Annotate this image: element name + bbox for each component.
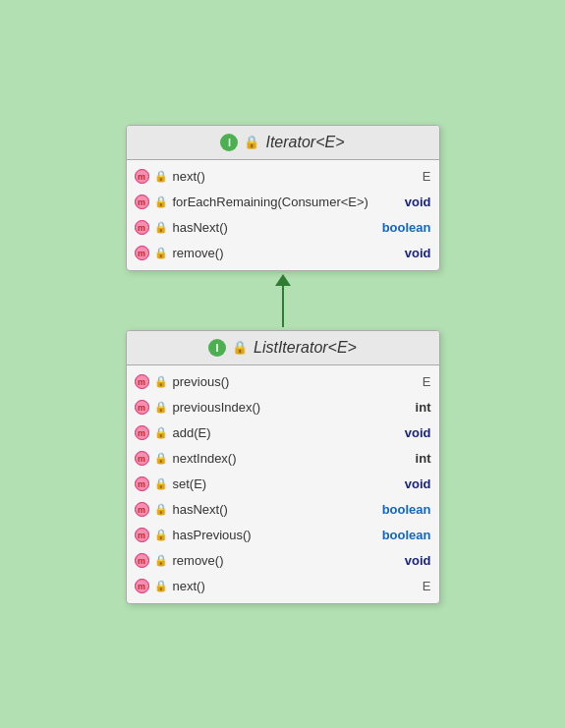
inheritance-arrow (275, 271, 291, 330)
listiterator-lock-icon: 🔒 (232, 340, 248, 355)
method-name: hasNext() (173, 502, 377, 517)
return-type: E (423, 579, 431, 593)
arrow-line (282, 286, 284, 327)
method-badge-m: m (135, 374, 149, 389)
method-name: previousIndex() (173, 400, 411, 415)
arrow-head (275, 274, 291, 286)
method-badge-m: m (135, 195, 149, 209)
return-type: boolean (382, 502, 431, 517)
method-badge-m: m (135, 502, 149, 517)
method-badge-m: m (135, 553, 149, 568)
method-badge-m: m (135, 579, 149, 593)
method-name: remove() (173, 246, 400, 260)
iterator-method-hasnext: m 🔒 hasNext() boolean (127, 215, 439, 241)
iterator-methods: m 🔒 next() E m 🔒 forEachRemaining(Consum… (127, 160, 439, 270)
listiterator-header: I 🔒 ListIterator<E> (127, 331, 439, 365)
iterator-method-next: m 🔒 next() E (127, 164, 439, 190)
return-type: void (405, 553, 431, 568)
method-lock-icon: 🔒 (154, 503, 168, 516)
return-type: void (405, 195, 431, 209)
return-type: void (405, 246, 431, 260)
method-name: nextIndex() (173, 451, 411, 466)
method-badge-m: m (135, 476, 149, 491)
method-badge-m: m (135, 425, 149, 440)
method-name: next() (173, 169, 418, 184)
return-type: void (405, 476, 431, 491)
uml-diagram: I 🔒 Iterator<E> m 🔒 next() E m 🔒 forEach… (126, 125, 440, 604)
method-lock-icon: 🔒 (154, 580, 168, 592)
listiterator-method-next: m 🔒 next() E (127, 574, 439, 599)
method-lock-icon: 🔒 (154, 375, 168, 388)
iterator-class-box: I 🔒 Iterator<E> m 🔒 next() E m 🔒 forEach… (126, 125, 440, 271)
listiterator-interface-badge: I (208, 339, 226, 357)
return-type: boolean (382, 220, 431, 235)
iterator-lock-icon: 🔒 (244, 135, 259, 149)
iterator-header: I 🔒 Iterator<E> (127, 126, 439, 160)
method-name: next() (173, 579, 418, 593)
method-lock-icon: 🔒 (154, 196, 168, 208)
method-name: add(E) (173, 425, 400, 440)
return-type: int (416, 400, 431, 415)
listiterator-title: ListIterator<E> (254, 339, 357, 357)
method-badge-m: m (135, 169, 149, 184)
method-name: hasNext() (173, 220, 377, 235)
method-lock-icon: 🔒 (154, 452, 168, 465)
method-lock-icon: 🔒 (154, 401, 168, 414)
method-lock-icon: 🔒 (154, 477, 168, 490)
method-lock-icon: 🔒 (154, 170, 168, 183)
method-lock-icon: 🔒 (154, 247, 168, 259)
listiterator-method-previousindex: m 🔒 previousIndex() int (127, 395, 439, 420)
listiterator-method-hasprevious: m 🔒 hasPrevious() boolean (127, 523, 439, 548)
method-lock-icon: 🔒 (154, 554, 168, 567)
return-type: void (405, 425, 431, 440)
method-lock-icon: 🔒 (154, 426, 168, 439)
return-type: int (416, 451, 431, 466)
iterator-interface-badge: I (220, 134, 238, 151)
iterator-method-foreach: m 🔒 forEachRemaining(Consumer<E>) void (127, 190, 439, 215)
method-badge-m: m (135, 246, 149, 260)
listiterator-method-nextindex: m 🔒 nextIndex() int (127, 446, 439, 472)
method-name: hasPrevious() (173, 528, 377, 542)
method-lock-icon: 🔒 (154, 221, 168, 234)
listiterator-method-previous: m 🔒 previous() E (127, 369, 439, 395)
return-type: E (423, 169, 431, 184)
listiterator-method-add: m 🔒 add(E) void (127, 420, 439, 446)
method-name: set(E) (173, 476, 400, 491)
listiterator-method-set: m 🔒 set(E) void (127, 472, 439, 497)
listiterator-class-box: I 🔒 ListIterator<E> m 🔒 previous() E m 🔒… (126, 330, 440, 604)
method-name: remove() (173, 553, 400, 568)
method-badge-m: m (135, 220, 149, 235)
listiterator-method-remove: m 🔒 remove() void (127, 548, 439, 574)
return-type: boolean (382, 528, 431, 542)
method-badge-m: m (135, 451, 149, 466)
listiterator-method-hasnext: m 🔒 hasNext() boolean (127, 497, 439, 523)
iterator-method-remove: m 🔒 remove() void (127, 241, 439, 266)
method-lock-icon: 🔒 (154, 529, 168, 541)
method-badge-m: m (135, 528, 149, 542)
return-type: E (423, 374, 431, 389)
iterator-title: Iterator<E> (265, 134, 344, 151)
method-badge-m: m (135, 400, 149, 415)
method-name: forEachRemaining(Consumer<E>) (173, 195, 400, 209)
listiterator-methods: m 🔒 previous() E m 🔒 previousIndex() int… (127, 365, 439, 603)
method-name: previous() (173, 374, 418, 389)
